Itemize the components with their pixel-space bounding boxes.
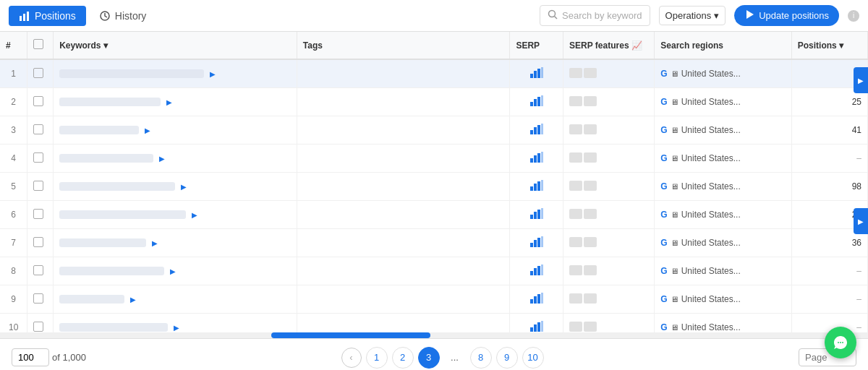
serp-cell [510, 314, 563, 333]
table-row: 6 ▶ G 🖥 United States... [0, 201, 868, 229]
google-icon: G [660, 210, 667, 220]
table-row: 1 ▶ G 🖥 United States... [0, 59, 868, 88]
serp-feature-box-2 [584, 209, 597, 219]
serpfeatures-cell [563, 59, 655, 88]
table-row: 2 ▶ G 🖥 United States... [0, 88, 868, 116]
keyword-expand-arrow[interactable]: ▶ [174, 324, 179, 332]
table-row: 5 ▶ G 🖥 United States... [0, 173, 868, 201]
svg-rect-39 [530, 299, 533, 304]
svg-rect-26 [541, 180, 543, 191]
svg-rect-37 [537, 266, 540, 275]
page-2-button[interactable]: 2 [392, 347, 414, 369]
page-1-button[interactable]: 1 [366, 347, 388, 369]
row-num: 4 [0, 145, 27, 173]
keyword-expand-arrow[interactable]: ▶ [181, 183, 187, 191]
svg-point-48 [840, 342, 841, 343]
position-cell: 41 [791, 116, 867, 145]
keyword-expand-arrow[interactable]: ▶ [159, 155, 165, 163]
serp-feature-box-1 [569, 237, 582, 247]
keyword-expand-arrow[interactable]: ▶ [145, 126, 150, 134]
tab-positions-label: Positions [35, 10, 76, 22]
serp-cell [510, 257, 563, 285]
region-name: United States... [681, 153, 741, 163]
monitor-icon: 🖥 [671, 154, 678, 163]
serp-feature-boxes [569, 152, 597, 163]
row-checkbox[interactable] [33, 322, 43, 332]
region-name: United States... [681, 181, 741, 192]
monitor-icon: 🖥 [671, 69, 678, 78]
per-page-select[interactable]: 100 50 25 [12, 348, 49, 366]
search-box[interactable]: Search by keyword [540, 5, 650, 26]
page-3-button[interactable]: 3 [418, 347, 440, 369]
col-header-keywords[interactable]: Keywords ▾ [54, 32, 297, 59]
svg-rect-29 [537, 210, 540, 219]
chat-button[interactable] [825, 327, 856, 358]
row-checkbox[interactable] [33, 237, 43, 247]
regions-cell: G 🖥 United States... [655, 88, 791, 116]
info-icon[interactable]: i [848, 10, 859, 22]
region-info: G 🖥 United States... [660, 153, 785, 163]
monitor-icon: 🖥 [671, 210, 678, 219]
serp-bar-icon [530, 265, 543, 278]
page-8-button[interactable]: 8 [470, 347, 492, 369]
svg-rect-20 [534, 155, 537, 163]
keyword-expand-arrow[interactable]: ▶ [210, 70, 216, 78]
header-actions: Search by keyword Operations ▾ Update po… [540, 5, 859, 26]
page-10-button[interactable]: 10 [522, 347, 544, 369]
chevron-down-icon: ▾ [714, 10, 719, 21]
keyword-expand-arrow[interactable]: ▶ [152, 239, 158, 247]
row-checkbox[interactable] [33, 68, 43, 78]
table-footer: 100 50 25 of 1,000 ‹ 1 2 3 ... 8 9 10 [0, 338, 868, 370]
row-checkbox-cell [27, 201, 54, 229]
col-header-positions[interactable]: Positions ▾ [791, 32, 867, 59]
keyword-cell: ▶ [54, 201, 297, 229]
position-value: – [856, 266, 861, 276]
serp-feature-box-2 [584, 237, 597, 247]
serpfeatures-cell [563, 314, 655, 333]
keyword-expand-arrow[interactable]: ▶ [166, 98, 172, 106]
row-checkbox[interactable] [33, 152, 43, 163]
position-value: 36 [852, 238, 861, 248]
svg-rect-41 [537, 294, 540, 304]
row-checkbox[interactable] [33, 209, 43, 219]
table-row: 4 ▶ G 🖥 United States... [0, 145, 868, 173]
data-table-container: # Keywords ▾ Tags SERP SERP features 📈 S… [0, 32, 868, 332]
serp-bar-icon [530, 152, 543, 165]
region-name: United States... [681, 69, 741, 79]
row-num: 3 [0, 116, 27, 145]
row-checkbox[interactable] [33, 124, 43, 134]
monitor-icon: 🖥 [671, 295, 678, 304]
svg-rect-31 [530, 243, 533, 247]
serp-bar-icon [530, 237, 543, 249]
row-checkbox[interactable] [33, 181, 43, 191]
row-checkbox[interactable] [33, 293, 43, 304]
svg-rect-19 [530, 158, 533, 163]
expand-button-row5[interactable]: ▶ [854, 208, 868, 234]
row-num: 10 [0, 314, 27, 333]
row-checkbox[interactable] [33, 265, 43, 275]
region-info: G 🖥 United States... [660, 69, 785, 79]
tab-history[interactable]: History [89, 6, 157, 26]
prev-page-button[interactable]: ‹ [341, 348, 362, 368]
col-header-tags: Tags [297, 32, 510, 59]
row-checkbox[interactable] [33, 96, 43, 106]
page-9-button[interactable]: 9 [496, 347, 518, 369]
horizontal-scrollbar[interactable] [0, 332, 868, 338]
scrollbar-thumb[interactable] [271, 332, 430, 338]
table-row: 3 ▶ G 🖥 United States... [0, 116, 868, 145]
serpfeatures-cell [563, 285, 655, 314]
serpfeatures-cell [563, 88, 655, 116]
svg-rect-21 [537, 153, 540, 163]
tab-positions[interactable]: Positions [9, 6, 86, 26]
keyword-cell: ▶ [54, 59, 297, 88]
operations-button[interactable]: Operations ▾ [659, 6, 726, 25]
row-checkbox-cell [27, 285, 54, 314]
expand-button-row1[interactable]: ▶ [854, 67, 868, 93]
update-positions-button[interactable]: Update positions [734, 5, 839, 26]
serp-feature-boxes [569, 124, 597, 134]
keyword-expand-arrow[interactable]: ▶ [170, 267, 176, 275]
tags-cell [297, 59, 510, 88]
keyword-expand-arrow[interactable]: ▶ [130, 296, 136, 304]
select-all-checkbox[interactable] [33, 39, 43, 49]
keyword-expand-arrow[interactable]: ▶ [192, 211, 197, 219]
